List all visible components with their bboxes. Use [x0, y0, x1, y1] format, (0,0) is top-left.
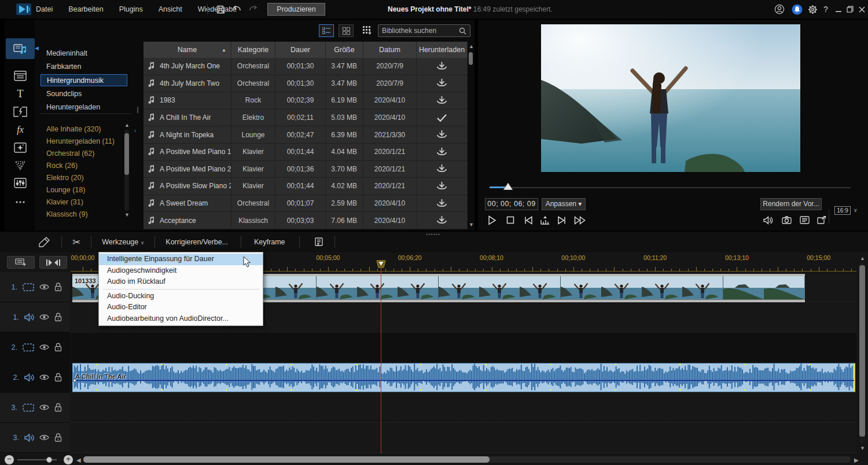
- category-heruntergeladen[interactable]: Heruntergeladen (11): [41, 136, 120, 148]
- toggle-visibility-eye-icon[interactable]: [39, 434, 49, 441]
- clip-keyframe-marker[interactable]: [290, 364, 292, 365]
- table-row[interactable]: AcceptanceKlassisch00;03;037.06 MB2020/4…: [144, 212, 468, 229]
- nav-item-heruntergeladen[interactable]: Heruntergeladen: [41, 101, 127, 113]
- table-row[interactable]: 4th July March TwoOrchestral00;01;303.47…: [144, 75, 468, 93]
- scroll-up-icon[interactable]: ▲: [124, 123, 130, 128]
- media-icon[interactable]: [13, 42, 28, 57]
- track-lane-3-audio[interactable]: [71, 423, 856, 453]
- lock-track-icon[interactable]: [54, 403, 62, 412]
- nav-item-hintergrundmusik[interactable]: Hintergrundmusik: [41, 74, 127, 86]
- design-tools-icon[interactable]: [38, 236, 51, 248]
- clip-keyframe-marker[interactable]: [420, 389, 422, 391]
- split-scissors-icon[interactable]: ✂: [72, 236, 80, 248]
- category-lounge[interactable]: Lounge (18): [41, 184, 120, 196]
- clip-keyframe-marker[interactable]: [615, 389, 616, 391]
- clip-keyframe-marker[interactable]: [355, 364, 357, 365]
- category-rock[interactable]: Rock (26): [41, 160, 120, 172]
- fit-dropdown[interactable]: Anpassen ▾: [542, 198, 586, 210]
- audio-mixer-icon[interactable]: [13, 175, 28, 191]
- download-button[interactable]: [417, 161, 468, 178]
- zoom-slider-handle[interactable]: [46, 457, 52, 463]
- media-info-icon[interactable]: [797, 213, 811, 227]
- download-button[interactable]: [417, 58, 468, 75]
- toggle-visibility-eye-icon[interactable]: [39, 344, 49, 350]
- next-frame-button[interactable]: [554, 213, 568, 227]
- clip-keyframe-marker[interactable]: [485, 364, 487, 365]
- restore-icon[interactable]: [844, 3, 856, 16]
- overlays-icon[interactable]: [13, 140, 28, 155]
- track-header-3-audio[interactable]: 3.: [0, 423, 70, 453]
- nav-item-farbkarten[interactable]: Farbkarten: [41, 61, 127, 73]
- tools-dropdown[interactable]: Werkzeuge ∨: [102, 238, 144, 246]
- clip-keyframe-marker[interactable]: [550, 364, 551, 365]
- collapse-panel-arrow-icon[interactable]: ‹: [134, 127, 136, 134]
- clip-keyframe-marker[interactable]: [615, 364, 616, 365]
- track-header-1-audio[interactable]: 1.: [0, 302, 70, 332]
- column-header-name[interactable]: Name▲: [144, 42, 231, 58]
- aspect-chevron-icon[interactable]: ∨: [854, 207, 858, 213]
- table-row[interactable]: 1983Rock00;02;396.19 MB2020/4/10: [144, 92, 468, 109]
- account-icon[interactable]: [773, 3, 786, 16]
- audio-clip[interactable]: A Chill In The Air: [72, 363, 855, 392]
- clip-keyframe-marker[interactable]: [96, 364, 98, 365]
- snapshot-camera-icon[interactable]: [779, 213, 793, 227]
- lock-track-icon[interactable]: [54, 343, 62, 352]
- track-lane-3-video[interactable]: [71, 393, 856, 423]
- clip-keyframe-marker[interactable]: [290, 389, 292, 391]
- zoom-in-button[interactable]: +: [64, 455, 73, 464]
- list-view-button[interactable]: [319, 24, 334, 37]
- titles-icon[interactable]: T: [13, 86, 28, 101]
- table-row[interactable]: A Night in TopekaLounge00;02;476.39 MB20…: [144, 126, 468, 144]
- detach-window-icon[interactable]: [815, 213, 829, 227]
- table-row[interactable]: 4th July March OneOrchestral00;01;303.47…: [144, 58, 468, 75]
- timeline-scroll-down-icon[interactable]: ▼: [860, 446, 865, 451]
- column-header-herunterladen[interactable]: Herunterladen: [417, 42, 468, 58]
- script-icon[interactable]: [314, 237, 324, 247]
- clip-keyframe-marker[interactable]: [226, 364, 227, 365]
- category-klassisch[interactable]: Klassisch (9): [41, 208, 120, 221]
- track-header-1-video[interactable]: 1.: [0, 272, 70, 302]
- menu-datei[interactable]: Datei: [36, 5, 53, 13]
- settings-gear-icon[interactable]: [806, 3, 819, 16]
- clip-keyframe-marker[interactable]: [744, 389, 746, 391]
- lock-track-icon[interactable]: [54, 313, 62, 321]
- notifications-bell-icon[interactable]: [790, 3, 803, 16]
- redo-icon[interactable]: [247, 3, 259, 16]
- table-row[interactable]: A Positive Slow Piano 2Klavier00;01;444.…: [144, 178, 468, 195]
- audio-volume-line[interactable]: [73, 380, 854, 381]
- minimize-icon[interactable]: [832, 3, 845, 16]
- downloaded-check-icon[interactable]: [417, 109, 468, 126]
- toggle-visibility-eye-icon[interactable]: [39, 314, 49, 320]
- download-button[interactable]: [417, 144, 468, 160]
- track-header-3-video[interactable]: 3.: [0, 393, 70, 423]
- precision-trim-button[interactable]: [39, 256, 67, 269]
- produce-button[interactable]: Produzieren: [267, 3, 325, 16]
- lock-track-icon[interactable]: [54, 283, 62, 291]
- panel-splitter-handle[interactable]: ••••••: [135, 107, 141, 113]
- category-orchestral[interactable]: Orchestral (62): [41, 148, 120, 160]
- clip-keyframe-marker[interactable]: [809, 364, 811, 365]
- track-header-2-video[interactable]: 2.: [0, 332, 70, 363]
- toggle-visibility-eye-icon[interactable]: [39, 404, 49, 411]
- fix-enhance-button[interactable]: Korrigieren/Verbe...: [165, 238, 228, 246]
- download-button[interactable]: [417, 212, 468, 229]
- toggle-visibility-eye-icon[interactable]: [39, 284, 49, 290]
- table-row[interactable]: A Positive Med Piano 2Klavier00;01;363.7…: [144, 161, 468, 178]
- aspect-ratio-badge[interactable]: 16:9: [834, 206, 851, 215]
- help-icon[interactable]: ?: [819, 3, 832, 16]
- close-icon[interactable]: [855, 3, 868, 16]
- toggle-visibility-eye-icon[interactable]: [39, 374, 49, 380]
- next-edit-point-button[interactable]: [538, 213, 552, 227]
- column-header-dauer[interactable]: Dauer: [275, 42, 326, 58]
- clip-keyframe-marker[interactable]: [420, 364, 422, 365]
- clip-keyframe-marker[interactable]: [744, 364, 746, 365]
- category-scrollbar[interactable]: [124, 130, 129, 211]
- menu-item-audio-im-rücklauf[interactable]: Audio im Rücklauf: [99, 276, 263, 288]
- clip-keyframe-marker[interactable]: [96, 389, 98, 391]
- timeline-scroll-up-icon[interactable]: ▲: [860, 256, 865, 261]
- clip-keyframe-marker[interactable]: [161, 364, 163, 365]
- effects-fx-icon[interactable]: fx: [13, 122, 28, 137]
- scroll-right-icon[interactable]: ▶: [854, 457, 859, 463]
- transitions-icon[interactable]: [13, 104, 28, 119]
- table-row[interactable]: A Positive Med Piano 1Klavier00;01;444.0…: [144, 144, 468, 161]
